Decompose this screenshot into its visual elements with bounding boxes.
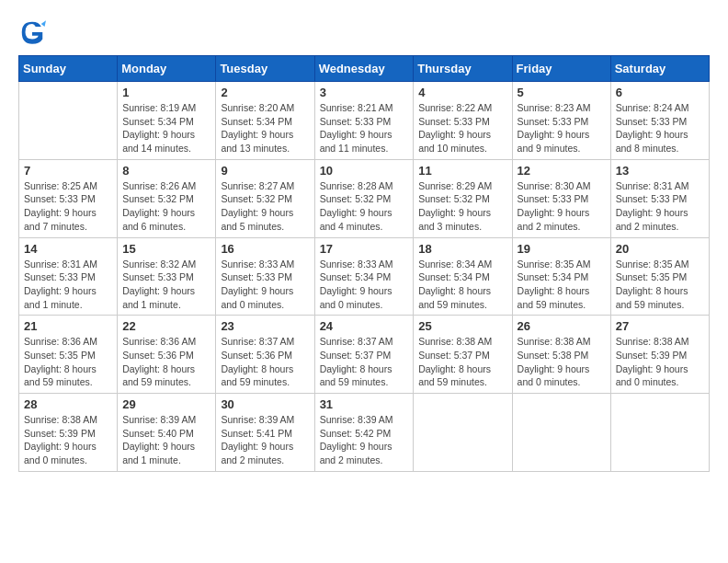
cell-info: Sunrise: 8:39 AM Sunset: 5:42 PM Dayligh…	[320, 413, 409, 467]
calendar-week-4: 21Sunrise: 8:36 AM Sunset: 5:35 PM Dayli…	[19, 316, 710, 394]
calendar-cell: 7Sunrise: 8:25 AM Sunset: 5:33 PM Daylig…	[19, 159, 118, 237]
calendar-cell: 5Sunrise: 8:23 AM Sunset: 5:33 PM Daylig…	[512, 82, 610, 160]
cell-day-number: 21	[24, 319, 112, 333]
cell-info: Sunrise: 8:38 AM Sunset: 5:38 PM Dayligh…	[518, 335, 606, 389]
cell-info: Sunrise: 8:37 AM Sunset: 5:37 PM Dayligh…	[320, 335, 409, 389]
cell-info: Sunrise: 8:24 AM Sunset: 5:33 PM Dayligh…	[616, 101, 704, 155]
cell-info: Sunrise: 8:27 AM Sunset: 5:32 PM Dayligh…	[221, 179, 309, 234]
cell-info: Sunrise: 8:33 AM Sunset: 5:34 PM Dayligh…	[320, 258, 409, 312]
cell-day-number: 2	[221, 86, 309, 99]
cell-day-number: 12	[518, 164, 606, 178]
cell-info: Sunrise: 8:23 AM Sunset: 5:33 PM Dayligh…	[518, 101, 606, 155]
cell-info: Sunrise: 8:38 AM Sunset: 5:37 PM Dayligh…	[418, 335, 506, 389]
cell-info: Sunrise: 8:38 AM Sunset: 5:39 PM Dayligh…	[24, 413, 112, 467]
page-header	[18, 18, 710, 46]
header-cell-monday: Monday	[118, 56, 216, 82]
cell-info: Sunrise: 8:39 AM Sunset: 5:41 PM Dayligh…	[221, 413, 309, 467]
cell-day-number: 31	[320, 397, 409, 411]
calendar-week-5: 28Sunrise: 8:38 AM Sunset: 5:39 PM Dayli…	[19, 394, 710, 472]
cell-day-number: 29	[122, 397, 210, 411]
cell-day-number: 8	[122, 164, 210, 178]
calendar-cell: 8Sunrise: 8:26 AM Sunset: 5:32 PM Daylig…	[118, 159, 216, 237]
cell-info: Sunrise: 8:26 AM Sunset: 5:32 PM Dayligh…	[122, 179, 210, 234]
header-cell-sunday: Sunday	[19, 56, 118, 82]
cell-info: Sunrise: 8:31 AM Sunset: 5:33 PM Dayligh…	[616, 179, 704, 234]
calendar-cell: 14Sunrise: 8:31 AM Sunset: 5:33 PM Dayli…	[19, 237, 118, 316]
calendar-cell: 1Sunrise: 8:19 AM Sunset: 5:34 PM Daylig…	[118, 82, 216, 160]
cell-info: Sunrise: 8:20 AM Sunset: 5:34 PM Dayligh…	[221, 101, 309, 155]
cell-info: Sunrise: 8:19 AM Sunset: 5:34 PM Dayligh…	[122, 101, 210, 155]
cell-day-number: 6	[616, 86, 704, 99]
cell-day-number: 28	[24, 397, 112, 411]
cell-info: Sunrise: 8:35 AM Sunset: 5:35 PM Dayligh…	[616, 258, 704, 312]
calendar-cell	[19, 82, 118, 160]
header-cell-thursday: Thursday	[414, 56, 512, 82]
calendar-cell: 22Sunrise: 8:36 AM Sunset: 5:36 PM Dayli…	[118, 316, 216, 394]
cell-info: Sunrise: 8:37 AM Sunset: 5:36 PM Dayligh…	[221, 335, 309, 389]
cell-info: Sunrise: 8:39 AM Sunset: 5:40 PM Dayligh…	[122, 413, 210, 467]
header-row: SundayMondayTuesdayWednesdayThursdayFrid…	[19, 56, 710, 82]
calendar-cell: 4Sunrise: 8:22 AM Sunset: 5:33 PM Daylig…	[414, 82, 512, 160]
cell-day-number: 9	[221, 164, 309, 178]
calendar-cell: 24Sunrise: 8:37 AM Sunset: 5:37 PM Dayli…	[314, 316, 414, 394]
cell-day-number: 25	[418, 319, 506, 333]
cell-info: Sunrise: 8:29 AM Sunset: 5:32 PM Dayligh…	[418, 179, 506, 234]
header-cell-tuesday: Tuesday	[216, 56, 314, 82]
calendar-cell: 31Sunrise: 8:39 AM Sunset: 5:42 PM Dayli…	[314, 394, 414, 472]
calendar-week-1: 1Sunrise: 8:19 AM Sunset: 5:34 PM Daylig…	[19, 82, 710, 160]
calendar-cell: 20Sunrise: 8:35 AM Sunset: 5:35 PM Dayli…	[610, 237, 709, 316]
cell-info: Sunrise: 8:30 AM Sunset: 5:33 PM Dayligh…	[518, 179, 606, 234]
cell-info: Sunrise: 8:36 AM Sunset: 5:35 PM Dayligh…	[24, 335, 112, 389]
header-cell-saturday: Saturday	[610, 56, 709, 82]
cell-day-number: 1	[122, 86, 210, 99]
cell-day-number: 26	[518, 319, 606, 333]
cell-day-number: 27	[616, 319, 704, 333]
calendar-cell: 29Sunrise: 8:39 AM Sunset: 5:40 PM Dayli…	[118, 394, 216, 472]
calendar-week-3: 14Sunrise: 8:31 AM Sunset: 5:33 PM Dayli…	[19, 237, 710, 316]
cell-day-number: 15	[122, 242, 210, 256]
calendar-cell: 10Sunrise: 8:28 AM Sunset: 5:32 PM Dayli…	[314, 159, 414, 237]
calendar-week-2: 7Sunrise: 8:25 AM Sunset: 5:33 PM Daylig…	[19, 159, 710, 237]
calendar-cell: 6Sunrise: 8:24 AM Sunset: 5:33 PM Daylig…	[610, 82, 709, 160]
calendar-cell: 3Sunrise: 8:21 AM Sunset: 5:33 PM Daylig…	[314, 82, 414, 160]
calendar-cell: 28Sunrise: 8:38 AM Sunset: 5:39 PM Dayli…	[19, 394, 118, 472]
cell-day-number: 18	[418, 242, 506, 256]
calendar-cell: 13Sunrise: 8:31 AM Sunset: 5:33 PM Dayli…	[610, 159, 709, 237]
cell-day-number: 7	[24, 164, 112, 178]
calendar-cell: 21Sunrise: 8:36 AM Sunset: 5:35 PM Dayli…	[19, 316, 118, 394]
cell-day-number: 13	[616, 164, 704, 178]
calendar-cell: 12Sunrise: 8:30 AM Sunset: 5:33 PM Dayli…	[512, 159, 610, 237]
calendar-cell: 25Sunrise: 8:38 AM Sunset: 5:37 PM Dayli…	[414, 316, 512, 394]
cell-day-number: 20	[616, 242, 704, 256]
cell-info: Sunrise: 8:28 AM Sunset: 5:32 PM Dayligh…	[320, 179, 409, 234]
calendar-cell: 19Sunrise: 8:35 AM Sunset: 5:34 PM Dayli…	[512, 237, 610, 316]
calendar-cell: 30Sunrise: 8:39 AM Sunset: 5:41 PM Dayli…	[216, 394, 314, 472]
cell-info: Sunrise: 8:31 AM Sunset: 5:33 PM Dayligh…	[24, 258, 112, 312]
cell-day-number: 30	[221, 397, 309, 411]
calendar-table: SundayMondayTuesdayWednesdayThursdayFrid…	[18, 55, 710, 472]
calendar-cell: 27Sunrise: 8:38 AM Sunset: 5:39 PM Dayli…	[610, 316, 709, 394]
calendar-cell: 16Sunrise: 8:33 AM Sunset: 5:33 PM Dayli…	[216, 237, 314, 316]
cell-info: Sunrise: 8:34 AM Sunset: 5:34 PM Dayligh…	[418, 258, 506, 312]
header-cell-friday: Friday	[512, 56, 610, 82]
calendar-cell	[414, 394, 512, 472]
cell-info: Sunrise: 8:35 AM Sunset: 5:34 PM Dayligh…	[518, 258, 606, 312]
cell-info: Sunrise: 8:25 AM Sunset: 5:33 PM Dayligh…	[24, 179, 112, 234]
calendar-cell: 9Sunrise: 8:27 AM Sunset: 5:32 PM Daylig…	[216, 159, 314, 237]
cell-day-number: 11	[418, 164, 506, 178]
cell-day-number: 3	[320, 86, 409, 99]
calendar-cell	[512, 394, 610, 472]
cell-day-number: 16	[221, 242, 309, 256]
cell-info: Sunrise: 8:36 AM Sunset: 5:36 PM Dayligh…	[122, 335, 210, 389]
cell-day-number: 4	[418, 86, 506, 99]
header-cell-wednesday: Wednesday	[314, 56, 414, 82]
cell-day-number: 22	[122, 319, 210, 333]
cell-day-number: 24	[320, 319, 409, 333]
calendar-cell: 2Sunrise: 8:20 AM Sunset: 5:34 PM Daylig…	[216, 82, 314, 160]
calendar-cell: 11Sunrise: 8:29 AM Sunset: 5:32 PM Dayli…	[414, 159, 512, 237]
calendar-cell: 15Sunrise: 8:32 AM Sunset: 5:33 PM Dayli…	[118, 237, 216, 316]
cell-info: Sunrise: 8:22 AM Sunset: 5:33 PM Dayligh…	[418, 101, 506, 155]
cell-info: Sunrise: 8:33 AM Sunset: 5:33 PM Dayligh…	[221, 258, 309, 312]
calendar-body: 1Sunrise: 8:19 AM Sunset: 5:34 PM Daylig…	[19, 82, 710, 472]
calendar-cell: 17Sunrise: 8:33 AM Sunset: 5:34 PM Dayli…	[314, 237, 414, 316]
